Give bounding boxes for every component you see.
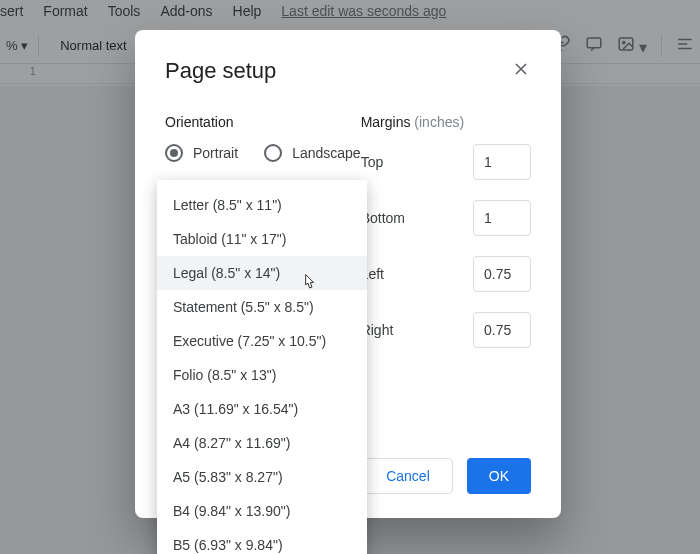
margin-right-input[interactable] <box>473 312 531 348</box>
landscape-radio[interactable]: Landscape <box>264 144 361 162</box>
paper-size-option[interactable]: Folio (8.5" x 13") <box>157 358 367 392</box>
paper-size-option[interactable]: A3 (11.69" x 16.54") <box>157 392 367 426</box>
margin-bottom-input[interactable] <box>473 200 531 236</box>
dialog-title: Page setup <box>165 58 276 84</box>
paper-size-option[interactable]: B5 (6.93" x 9.84") <box>157 528 367 554</box>
margin-bottom-label: Bottom <box>361 210 405 226</box>
paper-size-option[interactable]: Statement (5.5" x 8.5") <box>157 290 367 324</box>
radio-icon <box>264 144 282 162</box>
portrait-label: Portrait <box>193 145 238 161</box>
paper-size-dropdown: Letter (8.5" x 11")Tabloid (11" x 17")Le… <box>157 180 367 554</box>
orientation-label: Orientation <box>165 114 361 130</box>
paper-size-option[interactable]: Legal (8.5" x 14") <box>157 256 367 290</box>
margin-top-label: Top <box>361 154 384 170</box>
margin-left-input[interactable] <box>473 256 531 292</box>
pointer-cursor-icon <box>298 273 318 295</box>
margin-top-input[interactable] <box>473 144 531 180</box>
radio-icon <box>165 144 183 162</box>
landscape-label: Landscape <box>292 145 361 161</box>
ok-button[interactable]: OK <box>467 458 531 494</box>
paper-size-option[interactable]: Executive (7.25" x 10.5") <box>157 324 367 358</box>
paper-size-option[interactable]: Tabloid (11" x 17") <box>157 222 367 256</box>
paper-size-option[interactable]: B4 (9.84" x 13.90") <box>157 494 367 528</box>
margins-label: Margins (inches) <box>361 114 531 130</box>
close-button[interactable] <box>511 59 531 83</box>
paper-size-option[interactable]: A5 (5.83" x 8.27") <box>157 460 367 494</box>
portrait-radio[interactable]: Portrait <box>165 144 238 162</box>
paper-size-option[interactable]: A4 (8.27" x 11.69") <box>157 426 367 460</box>
cancel-button[interactable]: Cancel <box>363 458 453 494</box>
paper-size-option[interactable]: Letter (8.5" x 11") <box>157 188 367 222</box>
